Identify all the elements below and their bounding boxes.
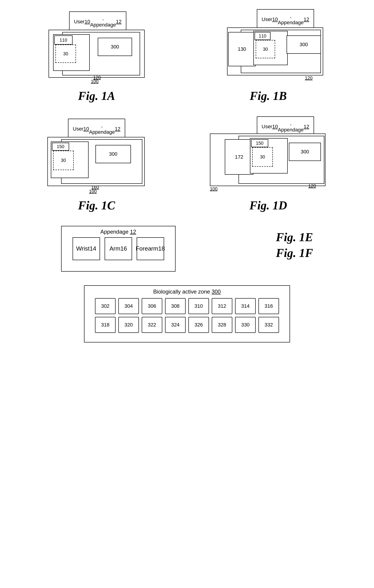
fig1f-zone-300: 300 [211,289,221,295]
fig1b-box-30: 30 [256,40,275,58]
fig1f-col: Biologically active zone 300 302 304 306… [84,285,290,342]
fig1c-box-150: 150 [52,143,69,151]
fig1a-user-10: 10 [85,19,90,25]
fig1f-box-324: 324 [165,317,186,333]
fig1b-box-130: 130 [228,32,256,66]
fig1f-box-320: 320 [118,317,139,333]
fig1c-diagram: User 10, Appendage 12 150 30 300 160 100 [47,119,146,194]
fig1f-row1: 302 304 306 308 310 312 314 316 [87,298,287,314]
fig1a-diagram: User 10, Appendage 12 110 30 300 120 100 [49,11,145,84]
fig1b-box-110: 110 [254,32,271,40]
fig1c-label-100: 100 [89,189,97,194]
fig-ef-labels: Fig. 1E Fig. 1F [276,226,313,260]
fig1f-label: Fig. 1F [276,246,313,260]
fig1f-diagram: Biologically active zone 300 302 304 306… [84,285,290,342]
fig1e-boxes: Wrist14 Arm16 Forearm18 [64,237,173,260]
fig1e-wrist-box: Wrist14 [73,237,100,260]
fig1f-box-308: 308 [165,298,186,314]
fig1e-arm-16: 16 [121,245,127,253]
fig1c-box-300: 300 [95,145,131,163]
fig1d-box-300: 300 [289,143,321,161]
fig1c-user-box: User 10, Appendage 12 [68,119,125,139]
fig1f-box-332: 332 [258,317,279,333]
fig1a-appendage-12: 12 [116,19,121,25]
fig1f-box-318: 318 [95,317,116,333]
fig1a-col: User 10, Appendage 12 110 30 300 120 100 [49,11,145,103]
fig1f-title: Biologically active zone 300 [87,289,287,295]
fig1a-box-110: 110 [54,35,73,45]
fig1e-appendage-12: 12 [130,229,136,235]
fig1d-diagram: User 10, Appendage 12 172 150 30 300 [210,116,327,194]
fig1e-title: Appendage 12 [64,229,173,235]
fig1c-box-30: 30 [53,151,74,170]
fig1f-box-328: 328 [212,317,232,333]
fig1f-box-314: 314 [235,298,256,314]
fig1e-left: Appendage 12 Wrist14 Arm16 Forearm18 [61,226,176,272]
fig1e-wrist-14: 14 [89,245,96,253]
fig1f-box-306: 306 [142,298,162,314]
fig1b-user-box: User 10, Appendage 12 [257,9,314,30]
fig-row-1ab: User 10, Appendage 12 110 30 300 120 100 [15,9,359,103]
main-container: User 10, Appendage 12 110 30 300 120 100 [15,9,359,342]
fig1d-user-10: 10 [272,124,278,130]
fig1d-label: Fig. 1D [250,199,287,212]
fig1f-box-310: 310 [188,298,209,314]
fig1d-col: User 10, Appendage 12 172 150 30 300 [210,116,327,212]
fig1a-label-100: 100 [91,79,99,84]
fig1b-user-10: 10 [272,16,278,23]
fig1f-box-312: 312 [212,298,232,314]
fig1b-col: User 10, Appendage 12 130 110 30 300 [211,9,325,103]
fig1a-box-30: 30 [55,45,76,63]
fig1a-label: Fig. 1A [78,89,115,103]
fig-row-2cd: User 10, Appendage 12 150 30 300 160 100 [15,116,359,212]
fig1f-box-302: 302 [95,298,116,314]
fig1d-box-172: 172 [225,139,253,175]
fig1e-forearm-18: 18 [158,245,165,253]
fig1d-label-100: 100 [210,186,218,192]
fig1d-box-150: 150 [251,139,268,147]
fig-row-ef: Appendage 12 Wrist14 Arm16 Forearm18 Fig… [15,226,359,272]
fig1e-forearm-box: Forearm18 [137,237,164,260]
fig1b-label: Fig. 1B [250,89,287,103]
fig1f-box-304: 304 [118,298,139,314]
fig1a-user-box: User 10, Appendage 12 [69,11,126,32]
fig1d-box-30: 30 [252,147,273,167]
fig1c-appendage-12: 12 [115,126,121,132]
fig1f-box-330: 330 [235,317,256,333]
fig1c-label: Fig. 1C [78,199,115,212]
fig1f-box-326: 326 [188,317,209,333]
fig1d-label-120: 120 [308,183,316,189]
fig1b-diagram: User 10, Appendage 12 130 110 30 300 [211,9,325,84]
fig1b-box-300: 300 [286,35,321,54]
fig1a-box-300: 300 [98,38,132,56]
fig1d-appendage-12: 12 [304,124,309,130]
fig1b-appendage-12: 12 [304,16,309,23]
fig1e-label: Fig. 1E [276,231,313,244]
fig1f-row2: 318 320 322 324 326 328 330 332 [87,317,287,333]
fig1f-box-316: 316 [258,298,279,314]
fig1e-diagram: Appendage 12 Wrist14 Arm16 Forearm18 [61,226,176,272]
fig1f-box-322: 322 [142,317,162,333]
fig1e-arm-box: Arm16 [105,237,132,260]
fig1c-user-10: 10 [83,126,89,132]
fig1c-col: User 10, Appendage 12 150 30 300 160 100 [47,119,146,212]
fig1b-label-120: 120 [305,75,312,81]
